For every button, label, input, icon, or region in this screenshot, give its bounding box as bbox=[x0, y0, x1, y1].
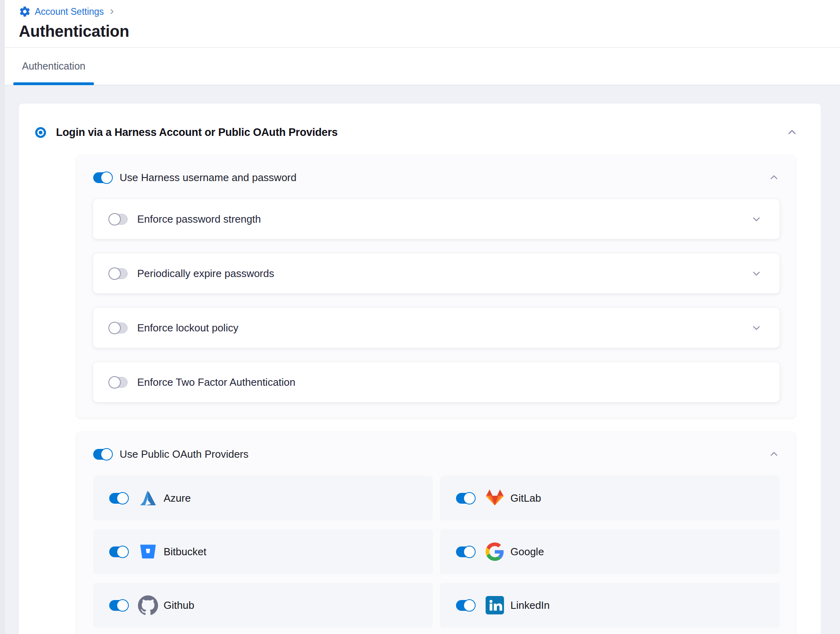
github-toggle[interactable] bbox=[109, 600, 128, 611]
bitbucket-icon bbox=[137, 541, 159, 562]
linkedin-toggle[interactable] bbox=[456, 600, 474, 611]
content-area: Login via a Harness Account or Public OA… bbox=[0, 85, 840, 634]
tab-bar: Authentication bbox=[0, 48, 840, 85]
provider-name: LinkedIn bbox=[510, 599, 550, 612]
provider-google: Google bbox=[440, 529, 780, 574]
gitlab-toggle[interactable] bbox=[456, 493, 474, 504]
option-label: Enforce lockout policy bbox=[137, 322, 238, 334]
providers-grid: Azure GitLab bbox=[93, 476, 780, 628]
tab-authentication-label: Authentication bbox=[22, 60, 85, 72]
option-periodically-expire-passwords: Periodically expire passwords bbox=[93, 253, 780, 293]
page-title: Authentication bbox=[19, 22, 821, 40]
username-password-title: Use Harness username and password bbox=[120, 171, 296, 184]
azure-toggle[interactable] bbox=[109, 493, 128, 504]
option-enforce-two-factor-authentication: Enforce Two Factor Authentication bbox=[93, 362, 780, 402]
google-icon bbox=[484, 541, 506, 562]
password-options-list: Enforce password strength Periodically e… bbox=[93, 199, 780, 402]
enforce-two-factor-authentication-toggle[interactable] bbox=[109, 377, 128, 388]
provider-name: Github bbox=[164, 599, 194, 612]
gear-icon bbox=[19, 6, 31, 18]
oauth-providers-card: Use Public OAuth Providers Azure bbox=[76, 432, 796, 634]
username-password-card: Use Harness username and password Enforc… bbox=[76, 155, 796, 418]
provider-linkedin: LinkedIn bbox=[440, 583, 780, 628]
enforce-lockout-policy-toggle[interactable] bbox=[109, 323, 128, 333]
provider-bitbucket: Bitbucket bbox=[93, 529, 433, 574]
option-label: Enforce Two Factor Authentication bbox=[137, 376, 296, 389]
option-label: Periodically expire passwords bbox=[137, 267, 274, 280]
periodically-expire-passwords-expand-icon[interactable] bbox=[751, 268, 762, 279]
page-header: Account Settings Authentication bbox=[0, 0, 840, 48]
option-enforce-password-strength: Enforce password strength bbox=[93, 199, 780, 239]
github-icon bbox=[137, 594, 159, 616]
oauth-providers-header: Use Public OAuth Providers bbox=[93, 443, 780, 465]
username-password-header: Use Harness username and password bbox=[93, 166, 780, 189]
periodically-expire-passwords-toggle[interactable] bbox=[109, 268, 128, 279]
option-enforce-lockout-policy: Enforce lockout policy bbox=[93, 308, 780, 348]
linkedin-icon bbox=[484, 594, 506, 616]
enforce-lockout-policy-expand-icon[interactable] bbox=[751, 322, 762, 333]
bitbucket-toggle[interactable] bbox=[109, 546, 128, 557]
enforce-password-strength-toggle[interactable] bbox=[109, 214, 128, 225]
provider-name: GitLab bbox=[510, 492, 541, 504]
enforce-password-strength-expand-icon[interactable] bbox=[751, 213, 762, 225]
username-password-collapse-icon[interactable] bbox=[768, 172, 780, 183]
breadcrumb-chevron-icon bbox=[108, 8, 116, 16]
provider-gitlab: GitLab bbox=[440, 476, 780, 520]
provider-name: Bitbucket bbox=[164, 546, 206, 558]
login-section-collapse-icon[interactable] bbox=[786, 126, 798, 138]
login-section-title: Login via a Harness Account or Public OA… bbox=[56, 126, 338, 139]
option-label: Enforce password strength bbox=[137, 213, 261, 225]
username-password-toggle[interactable] bbox=[93, 172, 112, 183]
gitlab-icon bbox=[484, 487, 506, 509]
breadcrumb-account-settings-link[interactable]: Account Settings bbox=[35, 6, 104, 17]
left-edge-strip bbox=[0, 0, 5, 634]
oauth-providers-toggle[interactable] bbox=[93, 449, 112, 460]
google-toggle[interactable] bbox=[456, 546, 474, 557]
azure-icon bbox=[137, 487, 159, 509]
oauth-providers-title: Use Public OAuth Providers bbox=[120, 448, 248, 461]
provider-name: Google bbox=[510, 546, 544, 558]
login-section-header: Login via a Harness Account or Public OA… bbox=[35, 121, 798, 144]
provider-name: Azure bbox=[164, 492, 191, 504]
tab-authentication[interactable]: Authentication bbox=[13, 48, 94, 85]
authentication-card: Login via a Harness Account or Public OA… bbox=[19, 104, 821, 634]
login-method-radio[interactable] bbox=[35, 127, 46, 138]
oauth-providers-collapse-icon[interactable] bbox=[768, 449, 780, 460]
active-tab-underline bbox=[13, 82, 94, 85]
provider-github: Github bbox=[93, 583, 433, 628]
provider-azure: Azure bbox=[93, 476, 433, 520]
breadcrumb: Account Settings bbox=[19, 4, 821, 19]
